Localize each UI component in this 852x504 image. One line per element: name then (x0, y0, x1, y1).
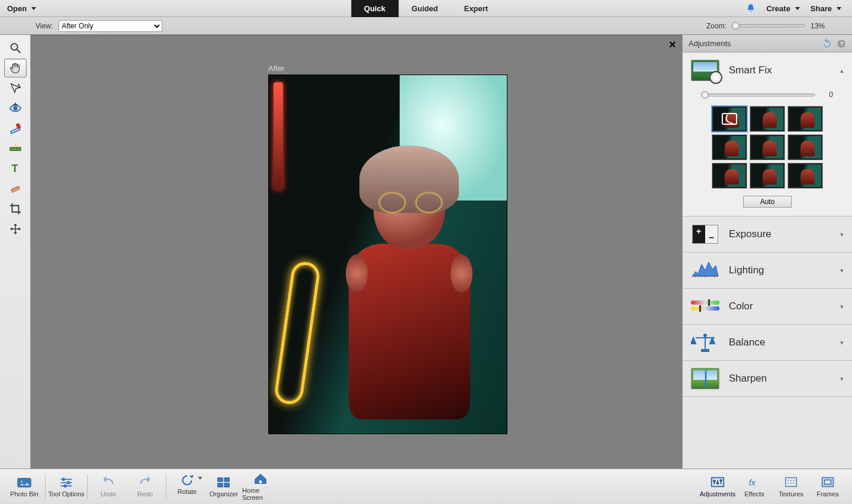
preset-3[interactable] (712, 134, 747, 160)
top-menubar: Open Quick Guided Expert Create Share (0, 0, 852, 17)
document-image[interactable] (268, 75, 507, 434)
tool-options-button[interactable]: Tool Options (48, 476, 85, 497)
svg-point-28 (704, 334, 706, 337)
svg-line-6 (14, 104, 14, 106)
preset-1[interactable] (750, 106, 785, 132)
zoom-slider-thumb[interactable] (732, 22, 740, 30)
preset-5[interactable] (787, 134, 823, 160)
svg-point-47 (717, 482, 719, 484)
text-tool[interactable]: T (4, 159, 27, 178)
section-sharpen: Sharpen ▾ (683, 361, 852, 397)
svg-rect-37 (218, 478, 223, 482)
zoom-slider[interactable] (732, 24, 805, 27)
chevron-down-icon (837, 7, 841, 10)
lighting-icon (691, 260, 719, 281)
svg-line-7 (16, 104, 17, 106)
chevron-down-icon: ▾ (840, 231, 844, 238)
rotate-button[interactable]: Rotate (169, 473, 205, 500)
preset-7[interactable] (750, 163, 785, 189)
open-menu[interactable]: Open (0, 4, 43, 13)
chevron-up-icon: ▴ (840, 67, 844, 75)
main-area: T ✕ After Adjustments ? (0, 35, 852, 469)
photo-bin-button[interactable]: Photo Bin (6, 476, 43, 497)
create-label: Create (766, 4, 790, 13)
section-smartfix: Smart Fix ▴ 0 (683, 53, 852, 217)
adjustments-tab[interactable]: Adjustments (699, 476, 736, 497)
section-color: Color ▾ (683, 289, 852, 325)
svg-point-2 (18, 85, 19, 86)
color-icon (691, 301, 719, 312)
section-lighting: Lighting ▾ (683, 253, 852, 289)
notification-bell-icon[interactable] (746, 4, 755, 13)
svg-rect-38 (224, 478, 229, 482)
spot-heal-tool[interactable] (4, 179, 27, 198)
section-lighting-header[interactable]: Lighting ▾ (683, 253, 852, 288)
section-sharpen-header[interactable]: Sharpen ▾ (683, 361, 852, 396)
adjustments-panel-header: Adjustments ? (683, 35, 852, 53)
svg-point-15 (14, 145, 17, 147)
preset-8[interactable] (787, 163, 823, 189)
share-menu[interactable]: Share (811, 4, 841, 13)
svg-point-52 (790, 480, 792, 481)
quick-select-tool[interactable] (4, 79, 27, 98)
frames-tab-label: Frames (816, 490, 838, 497)
straighten-tool[interactable] (4, 139, 27, 158)
zoom-label: Zoom: (706, 22, 726, 30)
svg-point-35 (67, 482, 70, 484)
smartfix-auto-button[interactable]: Auto (743, 196, 792, 208)
preset-reset[interactable] (712, 106, 747, 132)
svg-rect-41 (259, 480, 262, 484)
smartfix-slider-thumb[interactable] (701, 91, 709, 99)
section-balance-header[interactable]: Balance ▾ (683, 325, 852, 360)
crop-tool[interactable] (4, 199, 27, 218)
tab-guided-label: Guided (411, 4, 438, 13)
whiten-teeth-tool[interactable] (4, 119, 27, 138)
section-smartfix-header[interactable]: Smart Fix ▴ (683, 53, 852, 88)
undo-button[interactable]: Undo (90, 476, 127, 497)
organizer-button[interactable]: Organizer (205, 476, 242, 497)
balance-icon (691, 332, 719, 353)
preset-6[interactable] (712, 163, 747, 189)
smartfix-title: Smart Fix (729, 64, 772, 76)
home-screen-button[interactable]: Home Screen (242, 472, 279, 501)
after-label: After (268, 64, 284, 73)
close-document-button[interactable]: ✕ (668, 39, 676, 50)
frames-tab[interactable]: Frames (809, 476, 846, 497)
smartfix-slider[interactable] (702, 93, 815, 96)
svg-point-36 (64, 485, 66, 487)
smartfix-presets (691, 106, 844, 189)
textures-tab[interactable]: Textures (773, 476, 809, 497)
chevron-down-icon (31, 7, 36, 10)
tab-quick[interactable]: Quick (351, 0, 398, 17)
preset-2[interactable] (787, 106, 823, 132)
adjustments-tab-label: Adjustments (700, 490, 736, 497)
undo-label: Undo (101, 490, 116, 497)
view-label: View: (36, 22, 53, 30)
tab-guided[interactable]: Guided (398, 0, 451, 17)
canvas[interactable]: ✕ After (31, 35, 682, 469)
sharpen-icon (691, 368, 719, 389)
redeye-tool[interactable] (4, 99, 27, 118)
section-exposure-header[interactable]: Exposure ▾ (683, 217, 852, 252)
hand-tool[interactable] (4, 59, 27, 77)
zoom-tool[interactable] (4, 38, 27, 57)
svg-point-46 (713, 480, 715, 482)
tab-expert[interactable]: Expert (451, 0, 501, 17)
effects-tab[interactable]: fxEffects (736, 476, 773, 497)
redo-button[interactable]: Redo (127, 476, 163, 497)
section-color-header[interactable]: Color ▾ (683, 289, 852, 324)
create-menu[interactable]: Create (766, 4, 799, 13)
svg-rect-9 (16, 124, 20, 129)
move-tool[interactable] (4, 219, 27, 238)
exposure-icon (692, 225, 718, 244)
tab-expert-label: Expert (464, 4, 488, 13)
preset-4[interactable] (750, 134, 785, 160)
help-icon[interactable]: ? (837, 39, 846, 49)
svg-point-3 (19, 86, 20, 88)
organizer-label: Organizer (210, 490, 238, 497)
reset-icon[interactable] (822, 39, 832, 49)
mode-tabs: Quick Guided Expert (351, 0, 501, 17)
chevron-down-icon: ▾ (840, 339, 844, 347)
view-select[interactable]: After Only (59, 20, 162, 32)
svg-rect-50 (786, 478, 797, 487)
